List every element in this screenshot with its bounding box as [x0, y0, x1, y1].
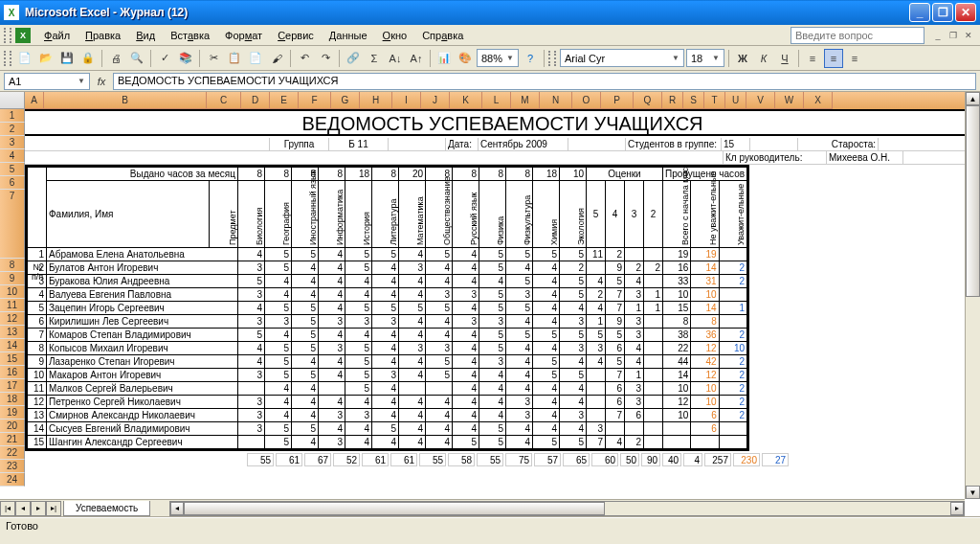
undo-button[interactable]: ↶: [295, 49, 314, 68]
menu-help[interactable]: Справка: [414, 28, 471, 43]
align-center-button[interactable]: ≡: [824, 49, 843, 68]
select-all-corner[interactable]: [0, 92, 25, 109]
sort-asc-button[interactable]: A↓: [386, 49, 405, 68]
sheet-title[interactable]: ВЕДОМОСТЬ УСПЕВАЕМОСТИ УЧАЩИХСЯ: [25, 109, 980, 136]
column-header[interactable]: C: [207, 92, 241, 109]
column-header[interactable]: K: [450, 92, 482, 109]
help-search-input[interactable]: [791, 27, 924, 44]
maximize-button[interactable]: ❐: [932, 3, 953, 22]
research-button[interactable]: 📚: [176, 49, 195, 68]
menu-data[interactable]: Данные: [322, 28, 375, 43]
toolbar-handle-icon[interactable]: [4, 51, 11, 66]
sort-desc-button[interactable]: A↑: [407, 49, 426, 68]
scroll-thumb[interactable]: [184, 502, 605, 515]
hyperlink-button[interactable]: 🔗: [344, 49, 363, 68]
row-header[interactable]: 12: [0, 312, 25, 326]
menu-file[interactable]: Файл: [36, 28, 78, 43]
font-combo[interactable]: Arial Cyr▼: [560, 49, 684, 67]
zoom-combo[interactable]: 88%▼: [477, 49, 519, 67]
toolbar-handle-icon[interactable]: [548, 51, 556, 66]
underline-button[interactable]: Ч: [775, 49, 794, 68]
menu-view[interactable]: Вид: [128, 28, 163, 43]
copy-button[interactable]: 📋: [225, 49, 244, 68]
open-button[interactable]: 📂: [36, 49, 56, 68]
column-header[interactable]: G: [331, 92, 360, 109]
align-right-button[interactable]: ≡: [845, 49, 864, 68]
help-button[interactable]: ?: [521, 49, 540, 68]
menu-window[interactable]: Окно: [375, 28, 415, 43]
align-left-button[interactable]: ≡: [803, 49, 822, 68]
format-painter-button[interactable]: 🖌: [267, 49, 286, 68]
column-header[interactable]: N: [540, 92, 572, 109]
cut-button[interactable]: ✂: [204, 49, 223, 68]
close-button[interactable]: ✕: [955, 3, 976, 22]
column-header[interactable]: X: [804, 92, 833, 109]
column-header[interactable]: J: [421, 92, 450, 109]
italic-button[interactable]: К: [754, 49, 773, 68]
row-header[interactable]: 23: [0, 460, 25, 473]
bold-button[interactable]: Ж: [733, 49, 752, 68]
column-header[interactable]: E: [270, 92, 299, 109]
row-header[interactable]: 8: [0, 259, 25, 272]
row-header[interactable]: 5: [0, 163, 25, 176]
column-header[interactable]: Q: [634, 92, 662, 109]
save-button[interactable]: 💾: [57, 49, 77, 68]
row-header[interactable]: 3: [0, 136, 25, 149]
autosum-button[interactable]: Σ: [365, 49, 384, 68]
font-size-combo[interactable]: 18▼: [686, 49, 724, 67]
tab-first-button[interactable]: |◂: [0, 501, 15, 516]
vertical-scrollbar[interactable]: ▲ ▼: [965, 92, 980, 499]
row-header[interactable]: 2: [0, 123, 25, 136]
column-header[interactable]: I: [392, 92, 421, 109]
scroll-up-button[interactable]: ▲: [966, 92, 980, 105]
paste-button[interactable]: 📄: [246, 49, 265, 68]
row-header[interactable]: 24: [0, 473, 25, 487]
sheet-tab[interactable]: Успеваемость: [63, 501, 150, 516]
drawing-button[interactable]: 🎨: [456, 49, 475, 68]
column-header[interactable]: S: [683, 92, 704, 109]
column-header[interactable]: T: [704, 92, 725, 109]
scroll-right-button[interactable]: ▸: [950, 502, 964, 515]
row-header[interactable]: 20: [0, 419, 25, 433]
row-header[interactable]: 15: [0, 352, 25, 366]
menu-insert[interactable]: Вставка: [163, 28, 217, 43]
permission-button[interactable]: 🔒: [78, 49, 98, 68]
toolbar-handle-icon[interactable]: [4, 28, 11, 43]
row-header[interactable]: 9: [0, 272, 25, 285]
column-header[interactable]: M: [511, 92, 540, 109]
row-header[interactable]: 18: [0, 393, 25, 406]
column-header[interactable]: A: [25, 92, 44, 109]
column-header[interactable]: O: [572, 92, 601, 109]
row-header[interactable]: 22: [0, 446, 25, 460]
scroll-thumb[interactable]: [966, 105, 980, 297]
column-header[interactable]: H: [360, 92, 392, 109]
document-icon[interactable]: X: [15, 28, 31, 43]
column-header[interactable]: W: [775, 92, 804, 109]
row-header[interactable]: 1: [0, 109, 25, 123]
doc-minimize-button[interactable]: _: [930, 29, 946, 42]
fx-button[interactable]: fx: [92, 73, 111, 90]
column-header[interactable]: B: [44, 92, 207, 109]
redo-button[interactable]: ↷: [316, 49, 335, 68]
row-header[interactable]: 14: [0, 339, 25, 352]
row-header[interactable]: 7: [0, 190, 25, 259]
scroll-left-button[interactable]: ◂: [170, 502, 184, 515]
tab-prev-button[interactable]: ◂: [15, 501, 31, 516]
new-button[interactable]: 📄: [15, 49, 34, 68]
column-header[interactable]: P: [601, 92, 634, 109]
row-header[interactable]: 19: [0, 406, 25, 419]
name-box[interactable]: A1▼: [4, 73, 90, 90]
scroll-down-button[interactable]: ▼: [966, 486, 980, 499]
menu-format[interactable]: Формат: [217, 28, 270, 43]
column-header[interactable]: D: [241, 92, 270, 109]
row-header[interactable]: 4: [0, 149, 25, 163]
row-header[interactable]: 17: [0, 379, 25, 393]
row-header[interactable]: 6: [0, 176, 25, 190]
formula-input[interactable]: ВЕДОМОСТЬ УСПЕВАЕМОСТИ УЧАЩИХСЯ: [113, 73, 976, 90]
minimize-button[interactable]: _: [909, 3, 930, 22]
tab-next-button[interactable]: ▸: [31, 501, 46, 516]
doc-restore-button[interactable]: ❐: [946, 29, 961, 42]
row-header[interactable]: 21: [0, 433, 25, 446]
row-header[interactable]: 13: [0, 326, 25, 339]
column-header[interactable]: U: [725, 92, 746, 109]
